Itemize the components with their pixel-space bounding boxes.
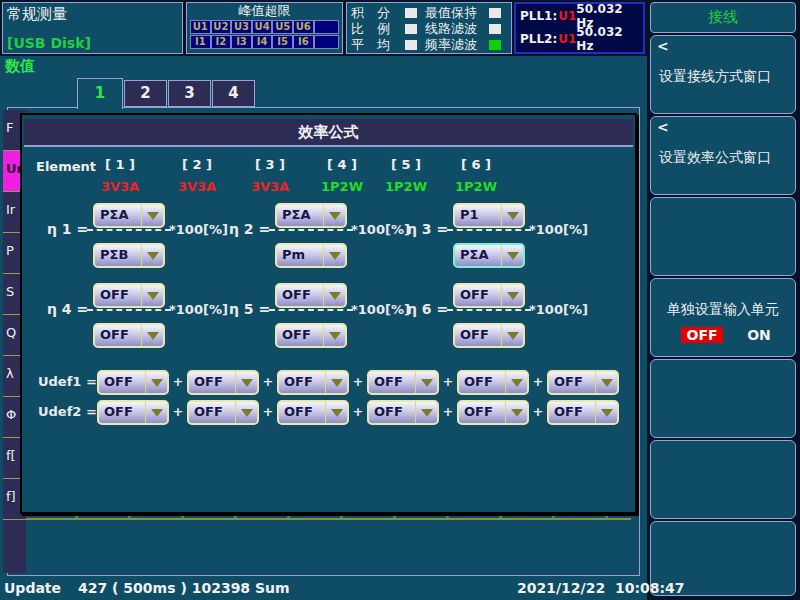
indicator-row: 积 分 最值保持 [351, 5, 511, 21]
dialog-title: 效率公式 [24, 119, 633, 147]
chevron-down-icon [501, 205, 523, 226]
fraction-bar [447, 229, 531, 231]
plus-sign: + [530, 374, 546, 389]
eta3-label: η 3 = [407, 221, 448, 237]
dropdown-value: OFF [554, 404, 583, 419]
dropdown-value: PΣB [100, 247, 128, 262]
chevron-down-icon [325, 372, 347, 393]
element-wiring-3: 3V3A [240, 179, 300, 194]
eta5-denominator-select[interactable]: OFF [275, 323, 347, 348]
udef1-term5-select[interactable]: OFF [457, 370, 529, 395]
eta6-formula: η 6 = OFF OFF *100[%] [407, 280, 589, 352]
dropdown-value: P1 [460, 207, 479, 222]
plus-sign: + [350, 404, 366, 419]
eta2-numerator-select[interactable]: PΣA [275, 203, 347, 228]
eta1-numerator-select[interactable]: PΣA [93, 203, 165, 228]
peak-cell-i5: I5 [272, 35, 293, 49]
chevron-down-icon [595, 402, 617, 423]
update-label: Update [4, 580, 61, 596]
toggle-off-selected[interactable]: OFF [681, 327, 723, 343]
tab-page-2[interactable]: 2 [124, 80, 167, 107]
dropdown-value: OFF [104, 404, 133, 419]
status-bar: Update 427 ( 500ms ) 102398 Sum 2021/12/… [0, 577, 800, 600]
eta6-denominator-select[interactable]: OFF [453, 323, 525, 348]
eta4-numerator-select[interactable]: OFF [93, 283, 165, 308]
dropdown-value: OFF [460, 327, 489, 342]
peak-cell-i4: I4 [252, 35, 273, 49]
peak-cell-i3: I3 [231, 35, 252, 49]
softkey-efficiency-formula[interactable]: < 设置效率公式窗口 [650, 116, 796, 195]
plus-sign: + [170, 404, 186, 419]
dropdown-value: OFF [104, 374, 133, 389]
element-wiring-1: 3V3A [90, 179, 150, 194]
averaging-label: 平 均 [351, 36, 405, 54]
plus-sign: + [260, 404, 276, 419]
udef2-term6-select[interactable]: OFF [547, 400, 619, 425]
averaging-indicator-icon [405, 40, 417, 50]
dropdown-value: OFF [284, 374, 313, 389]
tab-page-1[interactable]: 1 [77, 78, 123, 109]
udef2-term4-select[interactable]: OFF [367, 400, 439, 425]
element-wiring-6: 1P2W [446, 179, 506, 194]
tab-page-4[interactable]: 4 [212, 80, 255, 107]
eta1-formula: η 1 = PΣA PΣB *100[%] [47, 200, 229, 272]
peak-over-limit-panel: 峰值超限 U1 U2 U3 U4 U5 U6 I1 I2 I3 I4 I5 I6 [186, 2, 343, 54]
eta6-label: η 6 = [407, 301, 448, 317]
udef1-term4-select[interactable]: OFF [367, 370, 439, 395]
eta6-numerator-select[interactable]: OFF [453, 283, 525, 308]
top-status-bar: 常规测量 [USB Disk] 峰值超限 U1 U2 U3 U4 U5 U6 I… [0, 0, 647, 56]
toggle-on[interactable]: ON [744, 327, 774, 343]
chevron-down-icon [323, 325, 345, 346]
eta4-formula: η 4 = OFF OFF *100[%] [47, 280, 229, 352]
sidebar-title: 接线 [650, 2, 796, 33]
element-wiring-2: 3V3A [167, 179, 227, 194]
measurement-mode-label: 常规测量 [7, 5, 178, 24]
udef1-term6-select[interactable]: OFF [547, 370, 619, 395]
chevron-down-icon [141, 245, 163, 266]
pll1-label: PLL1: [520, 9, 557, 23]
udef2-term3-select[interactable]: OFF [277, 400, 349, 425]
eta2-denominator-select[interactable]: Pm [275, 243, 347, 268]
softkey-element-independent[interactable]: 单独设置输入单元 OFF ON [650, 278, 796, 357]
udef1-term2-select[interactable]: OFF [187, 370, 259, 395]
eta5-numerator-select[interactable]: OFF [275, 283, 347, 308]
udef2-term1-select[interactable]: OFF [97, 400, 169, 425]
chevron-down-icon [235, 402, 257, 423]
eta1-denominator-select[interactable]: PΣB [93, 243, 165, 268]
power-analyzer-screen: 常规测量 [USB Disk] 峰值超限 U1 U2 U3 U4 U5 U6 I… [0, 0, 800, 600]
plus-sign: + [170, 374, 186, 389]
tab-page-3[interactable]: 3 [168, 80, 211, 107]
eta1-suffix: *100[%] [169, 222, 228, 237]
dropdown-value: OFF [374, 404, 403, 419]
udef1-label: Udef1 = [38, 374, 97, 389]
eta3-numerator-select[interactable]: P1 [453, 203, 525, 228]
softkey-wiring-settings[interactable]: < 设置接线方式窗口 [650, 35, 796, 114]
chevron-down-icon [323, 245, 345, 266]
element-index-5: [ 5 ] [376, 157, 436, 172]
udef2-label: Udef2 = [38, 404, 97, 419]
eta5-suffix: *100[%] [351, 302, 410, 317]
chevron-down-icon [415, 372, 437, 393]
eta6-suffix: *100[%] [529, 302, 588, 317]
udef2-term5-select[interactable]: OFF [457, 400, 529, 425]
eta4-denominator-select[interactable]: OFF [93, 323, 165, 348]
dropdown-value: OFF [282, 287, 311, 302]
chevron-down-icon [595, 372, 617, 393]
udef1-term1-select[interactable]: OFF [97, 370, 169, 395]
pll2-source: U1 [558, 32, 576, 46]
udef2-term2-select[interactable]: OFF [187, 400, 259, 425]
eta3-denominator-select-focused[interactable]: PΣA [453, 243, 525, 268]
peak-cell-empty [314, 20, 339, 34]
pll2-row: PLL2: U1 50.032 Hz [516, 27, 643, 50]
element-index-6: [ 6 ] [446, 157, 506, 172]
element-index-3: [ 3 ] [240, 157, 300, 172]
eta2-formula: η 2 = PΣA Pm *100[%] [229, 200, 411, 272]
peak-cell-i2: I2 [211, 35, 232, 49]
udef1-term3-select[interactable]: OFF [277, 370, 349, 395]
dropdown-value: OFF [282, 327, 311, 342]
peak-current-row: I1 I2 I3 I4 I5 I6 [190, 35, 339, 49]
indicator-row: 平 均 频率滤波 [351, 37, 511, 53]
line-filter-indicator-icon [489, 24, 501, 34]
peak-cell-u4: U4 [252, 20, 273, 34]
chevron-down-icon [145, 372, 167, 393]
